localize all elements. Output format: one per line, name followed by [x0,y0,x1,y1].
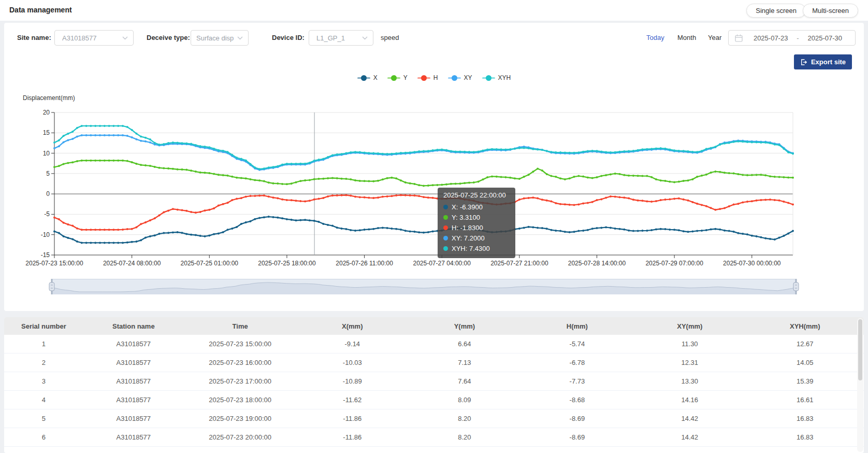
date-end-value[interactable]: 2025-07-30 [800,34,850,42]
table-scrollbar [857,318,863,452]
multi-screen-button[interactable]: Multi-screen [803,4,858,18]
table-cell: -6.78 [521,359,633,366]
series-Y [53,160,794,187]
table-cell: -10.89 [296,377,408,385]
table-cell: -10.03 [296,359,408,366]
table-scrollbar-thumb[interactable] [858,319,862,380]
legend-item-XYH[interactable]: XYH [482,74,511,81]
legend-item-H[interactable]: H [417,74,438,81]
table-cell: 7.13 [408,359,520,366]
table-header-cell: XYH(mm) [746,322,864,330]
site-name-label: Site name: [17,34,51,41]
table-cell: 2025-07-23 19:00:00 [184,415,296,422]
device-id-value: L1_GP_1 [316,34,359,42]
svg-text:5: 5 [46,170,50,177]
chart-legend: XYHXYXYH [4,74,864,81]
table-cell: 2 [4,359,83,366]
table-cell: 4 [4,396,83,404]
legend-label: XYH [498,74,511,81]
table-cell: -11.86 [296,433,408,441]
table-cell: 14.42 [633,415,746,422]
series-XYH [53,125,794,170]
chevron-down-icon [362,36,368,40]
table-cell: 14.42 [633,433,746,441]
table-header-cell: Y(mm) [408,322,520,330]
page-title: Data management [9,6,72,14]
site-name-select[interactable]: A31018577 [54,30,134,46]
legend-marker-icon [448,75,461,81]
table-cell: 2025-07-23 17:00:00 [184,377,296,385]
svg-text:2025-07-29 07:00:00: 2025-07-29 07:00:00 [645,260,703,267]
datazoom-slider[interactable] [52,279,796,294]
table-cell: 2025-07-23 16:00:00 [184,359,296,366]
legend-item-X[interactable]: X [357,74,378,81]
legend-item-XY[interactable]: XY [448,74,472,81]
chevron-down-icon [122,36,128,40]
displacement-line-chart[interactable]: 20151050-5-10-152025-07-23 15:00:002025-… [4,106,860,268]
svg-text:-10: -10 [41,231,50,238]
legend-label: XY [464,74,472,81]
svg-text:-5: -5 [44,210,50,218]
y-axis-title: Displacement(mm) [23,94,75,102]
table-cell: 14.16 [633,396,746,404]
legend-marker-icon [482,75,495,81]
table-cell: 5 [4,415,83,422]
table-cell: 2025-07-23 15:00:00 [184,340,296,348]
svg-text:2025-07-27 21:00:00: 2025-07-27 21:00:00 [490,260,548,267]
series-X [53,216,794,244]
table-cell: A31018577 [83,359,184,366]
month-button[interactable]: Month [677,34,696,41]
series-H [53,194,794,231]
legend-marker-icon [387,75,400,81]
svg-text:2025-07-26 11:00:00: 2025-07-26 11:00:00 [336,260,393,267]
table-cell: -8.69 [521,415,633,422]
table-cell: 8.20 [408,433,520,441]
chart-panel: Site name: A31018577 Deceive type: Surfa… [4,23,864,311]
date-start-value[interactable]: 2025-07-23 [746,34,795,42]
device-type-value: Surface disp [196,34,234,42]
svg-text:-15: -15 [41,251,50,259]
table-row: 5A310185772025-07-23 19:00:00-11.868.20-… [4,409,864,428]
top-bar: Data management Single screen Multi-scre… [0,0,868,21]
legend-item-Y[interactable]: Y [387,74,408,81]
device-type-select[interactable]: Surface disp [191,30,249,46]
table-row: 1A310185772025-07-23 15:00:00-9.146.64-5… [4,335,864,353]
chevron-down-icon [237,36,243,40]
table-cell: 6 [4,433,83,441]
table-cell: A31018577 [83,377,184,385]
svg-text:2025-07-25 01:00:00: 2025-07-25 01:00:00 [181,260,239,267]
table-body: 1A310185772025-07-23 15:00:00-9.146.64-5… [4,335,864,447]
table-cell: -8.68 [521,396,633,404]
svg-text:2025-07-27 04:00:00: 2025-07-27 04:00:00 [413,260,471,267]
table-cell: 13.30 [633,377,746,385]
table-cell: 6.64 [408,340,520,348]
speed-label: speed [381,34,399,41]
svg-text:20: 20 [43,109,50,116]
device-type-label: Deceive type: [147,34,190,41]
svg-text:10: 10 [43,150,50,157]
legend-label: H [433,74,438,81]
svg-text:2025-07-23 15:00:00: 2025-07-23 15:00:00 [25,260,83,267]
today-button[interactable]: Today [646,34,664,41]
device-id-select[interactable]: L1_GP_1 [309,30,373,46]
table-row: 2A310185772025-07-23 16:00:00-10.037.13-… [4,353,864,372]
table-cell: -7.73 [521,377,633,385]
table-cell: 16.61 [746,396,864,404]
year-button[interactable]: Year [708,34,721,41]
table-cell: 11.30 [633,340,746,348]
table-cell: -9.14 [296,340,408,348]
table-header-row: Serial numberStation nameTimeX(mm)Y(mm)H… [4,317,864,335]
table-header-cell: Time [184,322,296,330]
svg-text:15: 15 [43,129,50,136]
series-XY [53,134,794,171]
table-header-cell: Station name [83,322,184,330]
export-site-button[interactable]: Export site [794,54,852,69]
svg-text:2025-07-25 18:00:00: 2025-07-25 18:00:00 [258,260,316,267]
table-header-cell: H(mm) [521,322,633,330]
date-range-picker[interactable]: 2025-07-23 - 2025-07-30 [728,30,856,46]
table-cell: A31018577 [83,415,184,422]
single-screen-button[interactable]: Single screen [746,4,806,18]
svg-text:2025-07-30 00:00:00: 2025-07-30 00:00:00 [723,260,781,267]
table-cell: 16.83 [746,415,864,422]
table-cell: 12.31 [633,359,746,366]
